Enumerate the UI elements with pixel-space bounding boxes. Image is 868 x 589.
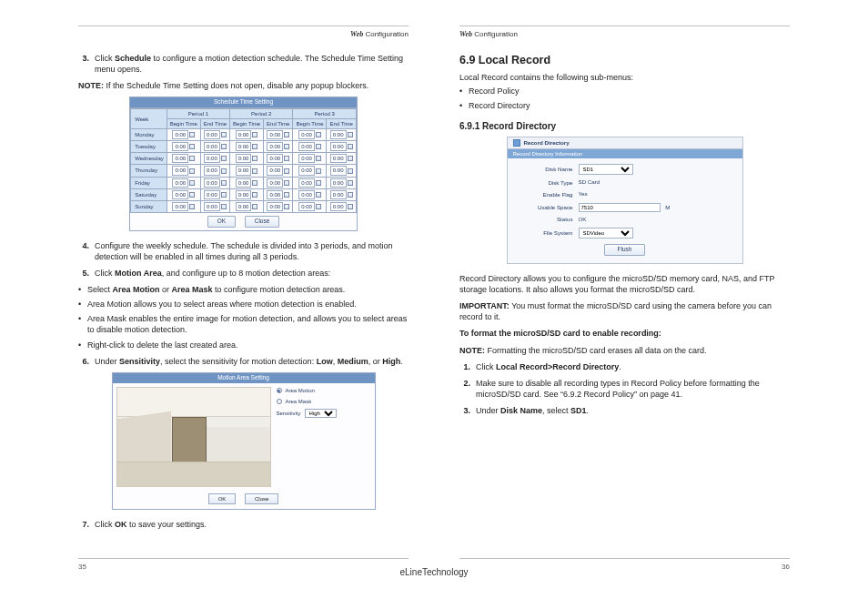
dropdown-icon[interactable] — [348, 132, 353, 137]
dropdown-icon[interactable] — [189, 204, 195, 209]
time-value[interactable]: 0:00 — [267, 190, 283, 199]
time-value[interactable]: 0:00 — [204, 178, 220, 188]
dropdown-icon[interactable] — [284, 192, 289, 198]
dropdown-icon[interactable] — [284, 144, 289, 149]
dropdown-icon[interactable] — [189, 156, 195, 161]
dropdown-icon[interactable] — [252, 204, 257, 209]
time-value[interactable]: 0:00 — [172, 190, 188, 199]
time-value[interactable]: 0:00 — [298, 130, 315, 139]
dropdown-icon[interactable] — [221, 156, 227, 161]
dropdown-icon[interactable] — [189, 180, 195, 186]
opt-area-motion[interactable]: Area Motion — [277, 387, 371, 394]
dropdown-icon[interactable] — [221, 192, 227, 198]
file-system-select[interactable]: SDVideo — [579, 228, 633, 239]
time-value[interactable]: 0:00 — [204, 154, 220, 163]
dropdown-icon[interactable] — [189, 168, 195, 174]
dropdown-icon[interactable] — [348, 192, 353, 198]
time-value[interactable]: 0:00 — [267, 178, 283, 188]
dropdown-icon[interactable] — [316, 156, 321, 161]
value-status: OK — [579, 216, 735, 224]
time-value[interactable]: 0:00 — [330, 130, 347, 139]
flush-button[interactable]: Flush — [604, 244, 646, 256]
dropdown-icon[interactable] — [348, 156, 353, 161]
time-value[interactable]: 0:00 — [298, 154, 315, 163]
sensitivity-select[interactable]: High — [305, 409, 337, 418]
dropdown-icon[interactable] — [348, 204, 353, 209]
time-value[interactable]: 0:00 — [267, 142, 283, 151]
motion-ok-button[interactable]: OK — [208, 493, 237, 504]
dropdown-icon[interactable] — [316, 180, 321, 186]
schedule-ok-button[interactable]: OK — [207, 216, 236, 228]
time-value[interactable]: 0:00 — [330, 142, 347, 151]
dropdown-icon[interactable] — [284, 132, 289, 137]
dropdown-icon[interactable] — [316, 132, 321, 137]
time-value[interactable]: 0:00 — [172, 130, 188, 139]
time-value[interactable]: 0:00 — [267, 202, 283, 211]
dropdown-icon[interactable] — [284, 156, 289, 161]
time-value[interactable]: 0:00 — [236, 142, 252, 151]
time-value[interactable]: 0:00 — [172, 166, 188, 175]
time-value[interactable]: 0:00 — [172, 202, 188, 211]
time-value[interactable]: 0:00 — [172, 154, 188, 163]
panel-tab[interactable]: Record Directory — [508, 137, 742, 149]
dropdown-icon[interactable] — [189, 192, 195, 198]
dropdown-icon[interactable] — [252, 168, 257, 174]
time-value[interactable]: 0:00 — [236, 202, 252, 211]
time-value[interactable]: 0:00 — [236, 130, 252, 139]
dropdown-icon[interactable] — [316, 204, 321, 209]
time-value[interactable]: 0:00 — [204, 190, 220, 199]
time-value[interactable]: 0:00 — [236, 154, 252, 163]
dropdown-icon[interactable] — [284, 204, 289, 209]
disk-name-select[interactable]: SD1 — [579, 164, 633, 175]
dropdown-icon[interactable] — [221, 132, 227, 137]
time-value[interactable]: 0:00 — [330, 178, 347, 188]
dropdown-icon[interactable] — [221, 144, 227, 149]
page-left: Web Configuration 3. Click Schedule to c… — [78, 25, 409, 573]
dropdown-icon[interactable] — [316, 168, 321, 174]
dropdown-icon[interactable] — [221, 204, 227, 209]
dropdown-icon[interactable] — [348, 180, 353, 186]
dropdown-icon[interactable] — [348, 144, 353, 149]
time-value[interactable]: 0:00 — [298, 178, 315, 188]
time-value[interactable]: 0:00 — [172, 142, 188, 151]
dropdown-icon[interactable] — [252, 132, 257, 137]
time-value[interactable]: 0:00 — [330, 166, 347, 175]
opt-area-mask[interactable]: Area Mask — [277, 398, 371, 405]
dropdown-icon[interactable] — [348, 168, 353, 174]
dropdown-icon[interactable] — [189, 144, 195, 149]
dropdown-icon[interactable] — [316, 144, 321, 149]
dropdown-icon[interactable] — [252, 192, 257, 198]
schedule-close-button[interactable]: Close — [245, 216, 280, 228]
time-value[interactable]: 0:00 — [298, 166, 315, 175]
dropdown-icon[interactable] — [252, 156, 257, 161]
camera-preview[interactable] — [116, 387, 271, 487]
time-value[interactable]: 0:00 — [172, 178, 188, 188]
time-value[interactable]: 0:00 — [298, 190, 315, 199]
time-value[interactable]: 0:00 — [204, 130, 220, 139]
time-value[interactable]: 0:00 — [267, 166, 283, 175]
sensitivity-row: Sensitivity High — [277, 409, 371, 418]
dropdown-icon[interactable] — [221, 180, 227, 186]
usable-space-input[interactable] — [579, 203, 661, 212]
time-value[interactable]: 0:00 — [267, 154, 283, 163]
dropdown-icon[interactable] — [252, 180, 257, 186]
time-value[interactable]: 0:00 — [204, 166, 220, 175]
dropdown-icon[interactable] — [284, 168, 289, 174]
time-value[interactable]: 0:00 — [298, 202, 315, 211]
time-value[interactable]: 0:00 — [204, 202, 220, 211]
time-value[interactable]: 0:00 — [236, 166, 252, 175]
time-value[interactable]: 0:00 — [204, 142, 220, 151]
dropdown-icon[interactable] — [316, 192, 321, 198]
dropdown-icon[interactable] — [284, 180, 289, 186]
time-value[interactable]: 0:00 — [267, 130, 283, 139]
motion-close-button[interactable]: Close — [245, 493, 278, 504]
dropdown-icon[interactable] — [221, 168, 227, 174]
time-value[interactable]: 0:00 — [330, 190, 347, 199]
time-value[interactable]: 0:00 — [330, 154, 347, 163]
dropdown-icon[interactable] — [252, 144, 257, 149]
dropdown-icon[interactable] — [189, 132, 195, 137]
time-value[interactable]: 0:00 — [236, 190, 252, 199]
time-value[interactable]: 0:00 — [298, 142, 315, 151]
time-value[interactable]: 0:00 — [236, 178, 252, 188]
time-value[interactable]: 0:00 — [330, 202, 347, 211]
